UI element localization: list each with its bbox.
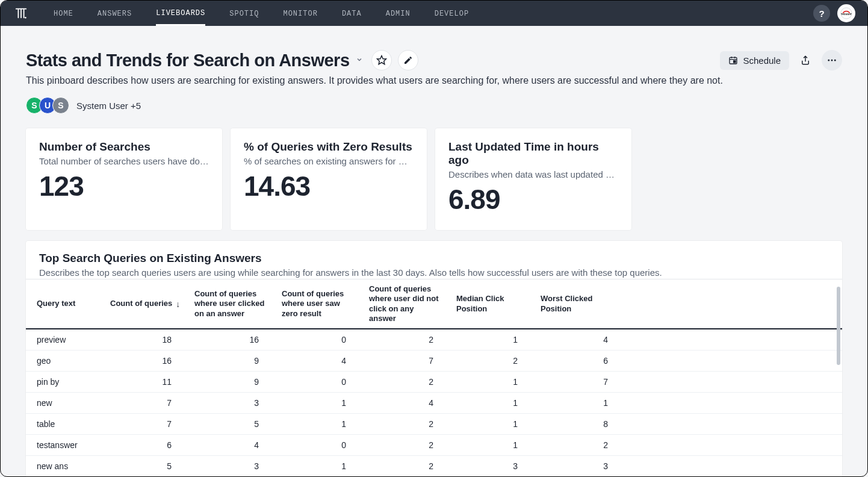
edit-button[interactable] — [398, 50, 418, 70]
calendar-icon — [728, 55, 738, 65]
cell-value: 7 — [104, 414, 188, 435]
kpi-card[interactable]: % of Queries with Zero Results% of searc… — [231, 128, 427, 230]
cell-value: 7 — [535, 372, 625, 393]
cell-value: 4 — [188, 435, 276, 456]
cell-spacer — [625, 351, 842, 372]
column-spacer — [625, 279, 842, 329]
kpi-card[interactable]: Number of SearchesTotal number of search… — [26, 128, 222, 230]
cell-value: 1 — [535, 393, 625, 414]
cell-query: geo — [26, 351, 104, 372]
cell-value: 16 — [104, 351, 188, 372]
cell-query: preview — [26, 329, 104, 351]
schedule-label: Schedule — [743, 55, 781, 66]
cell-value: 2 — [363, 372, 450, 393]
kpi-title: Number of Searches — [39, 140, 209, 154]
nav-answers[interactable]: ANSWERS — [98, 2, 132, 25]
svg-marker-3 — [377, 56, 386, 64]
cell-spacer — [625, 435, 842, 456]
column-header[interactable]: Query text — [26, 279, 104, 329]
more-icon — [826, 55, 837, 66]
table-row[interactable]: geo1694726 — [26, 351, 842, 372]
cell-query: table — [26, 414, 104, 435]
chevron-down-icon[interactable] — [356, 55, 363, 65]
column-header[interactable]: Count of queries where user saw zero res… — [276, 279, 363, 329]
cell-value: 2 — [363, 456, 450, 476]
cell-value: 16 — [188, 329, 276, 351]
cell-value: 1 — [276, 456, 363, 476]
cell-value: 1 — [450, 393, 535, 414]
cell-query: new — [26, 393, 104, 414]
avatar[interactable]: S — [52, 97, 69, 114]
cell-value: 3 — [188, 456, 276, 476]
app-logo[interactable] — [13, 5, 29, 22]
table-card: Top Search Queries on Existing Answers D… — [26, 241, 842, 476]
scrollbar-thumb[interactable] — [837, 287, 840, 365]
user-avatar[interactable]: THOUGHT — [837, 4, 855, 22]
svg-point-10 — [831, 60, 833, 61]
column-header[interactable]: Median Click Position — [450, 279, 535, 329]
svg-text:THOUGHT: THOUGHT — [841, 13, 852, 16]
avatar-stack[interactable]: SUS — [26, 97, 69, 114]
top-nav: HOMEANSWERSLIVEBOARDSSPOTIQMONITORDATAAD… — [1, 1, 867, 26]
column-header[interactable]: Count of queries where user did not clic… — [363, 279, 450, 329]
cell-value: 7 — [363, 351, 450, 372]
nav-liveboards[interactable]: LIVEBOARDS — [156, 1, 205, 26]
column-header[interactable]: Worst Clicked Position — [535, 279, 625, 329]
table-subtitle: Describes the top search queries users a… — [26, 267, 842, 278]
cell-value: 2 — [535, 435, 625, 456]
cell-value: 8 — [535, 414, 625, 435]
shared-label[interactable]: System User +5 — [76, 101, 141, 111]
table-row[interactable]: pin by1190217 — [26, 372, 842, 393]
nav-data[interactable]: DATA — [342, 2, 362, 25]
kpi-subtitle: Total number of searches users have done… — [39, 156, 209, 166]
table-row[interactable]: table751218 — [26, 414, 842, 435]
shared-with-row: SUS System User +5 — [26, 97, 842, 114]
svg-point-9 — [828, 60, 829, 61]
kpi-value: 123 — [39, 170, 209, 202]
cell-value: 1 — [276, 414, 363, 435]
column-header[interactable]: Count of queries where user clicked on a… — [188, 279, 276, 329]
cell-value: 0 — [276, 329, 363, 351]
kpi-card[interactable]: Last Updated Time in hours agoDescribes … — [435, 128, 631, 230]
nav-develop[interactable]: DEVELOP — [435, 2, 469, 25]
cell-value: 4 — [535, 329, 625, 351]
cell-value: 0 — [276, 372, 363, 393]
nav-home[interactable]: HOME — [54, 2, 73, 25]
cell-spacer — [625, 456, 842, 476]
share-button[interactable] — [795, 50, 816, 70]
cell-value: 11 — [104, 372, 188, 393]
cell-value: 1 — [450, 435, 535, 456]
cell-value: 5 — [188, 414, 276, 435]
table-row[interactable]: new731411 — [26, 393, 842, 414]
cell-value: 6 — [104, 435, 188, 456]
cell-value: 1 — [450, 414, 535, 435]
table-row[interactable]: testanswer640212 — [26, 435, 842, 456]
cell-value: 1 — [276, 393, 363, 414]
cell-value: 3 — [188, 393, 276, 414]
cell-value: 2 — [450, 351, 535, 372]
page-subtitle: This pinboard describes how users are se… — [26, 75, 842, 86]
cell-value: 4 — [363, 393, 450, 414]
cell-value: 18 — [104, 329, 188, 351]
nav-monitor[interactable]: MONITOR — [283, 2, 317, 25]
kpi-subtitle: % of searches on existing answers for wh… — [244, 156, 414, 166]
page-title-text: Stats and Trends for Search on Answers — [26, 51, 350, 70]
cell-value: 1 — [450, 329, 535, 351]
nav-admin[interactable]: ADMIN — [386, 2, 411, 25]
cell-value: 3 — [450, 456, 535, 476]
cell-value: 2 — [363, 435, 450, 456]
cell-value: 7 — [104, 393, 188, 414]
kpi-row: Number of SearchesTotal number of search… — [26, 128, 842, 230]
cell-spacer — [625, 329, 842, 351]
cell-value: 1 — [450, 372, 535, 393]
nav-spotiq[interactable]: SPOTIQ — [229, 2, 259, 25]
table-row[interactable]: new ans531233 — [26, 456, 842, 476]
column-header[interactable]: Count of queries↓ — [104, 279, 188, 329]
schedule-button[interactable]: Schedule — [720, 51, 789, 70]
cell-query: pin by — [26, 372, 104, 393]
kpi-subtitle: Describes when data was last updated on… — [448, 169, 618, 179]
table-row[interactable]: preview18160214 — [26, 329, 842, 351]
help-button[interactable]: ? — [813, 5, 830, 22]
favorite-button[interactable] — [371, 50, 392, 70]
more-button[interactable] — [822, 50, 842, 70]
